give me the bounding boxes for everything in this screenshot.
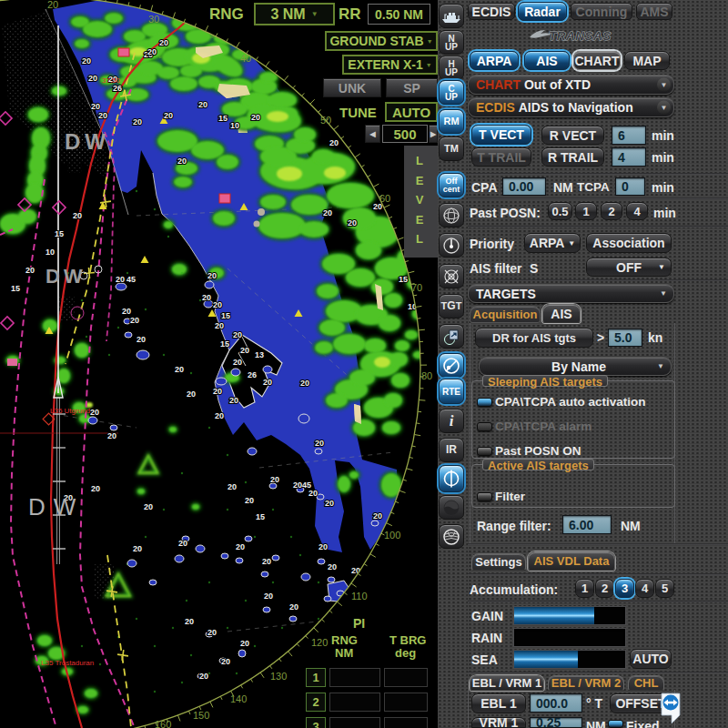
svg-text:20: 20 <box>47 0 58 10</box>
svg-text:20: 20 <box>144 502 153 511</box>
svg-text:20: 20 <box>107 431 116 440</box>
svg-text:20: 20 <box>213 387 222 396</box>
svg-text:20: 20 <box>373 511 382 521</box>
svg-text:20: 20 <box>116 275 125 284</box>
svg-text:20: 20 <box>315 439 324 448</box>
svg-text:20: 20 <box>270 475 279 484</box>
svg-text:20: 20 <box>178 539 187 548</box>
svg-text:20: 20 <box>245 496 254 505</box>
svg-text:80: 80 <box>421 370 432 381</box>
svg-text:DW: DW <box>28 493 84 521</box>
svg-text:NM: NM <box>335 646 353 660</box>
svg-text:15: 15 <box>218 114 228 123</box>
svg-text:20: 20 <box>300 379 309 388</box>
svg-text:60: 60 <box>379 193 390 204</box>
svg-text:20: 20 <box>130 316 139 325</box>
svg-text:20: 20 <box>262 557 271 566</box>
svg-text:20: 20 <box>177 157 187 166</box>
svg-text:20: 20 <box>328 562 337 571</box>
svg-text:DW: DW <box>65 129 110 154</box>
svg-text:40: 40 <box>240 53 251 64</box>
svg-text:T BRG: T BRG <box>389 633 426 647</box>
svg-text:RNG: RNG <box>331 633 358 647</box>
svg-text:100: 100 <box>384 530 400 541</box>
svg-text:20: 20 <box>159 38 168 47</box>
svg-text:20: 20 <box>198 100 207 109</box>
svg-text:15: 15 <box>220 339 229 349</box>
svg-text:PI: PI <box>353 616 365 631</box>
svg-text:20: 20 <box>91 102 100 111</box>
svg-text:deg: deg <box>395 646 416 660</box>
svg-text:20: 20 <box>240 346 249 355</box>
svg-text:20: 20 <box>147 47 157 56</box>
svg-text:20: 20 <box>264 592 273 601</box>
svg-text:20: 20 <box>233 358 242 367</box>
svg-text:110: 110 <box>351 591 368 602</box>
svg-text:20: 20 <box>213 300 222 309</box>
svg-text:10: 10 <box>230 121 239 130</box>
svg-text:20: 20 <box>136 335 146 344</box>
svg-text:20: 20 <box>221 657 230 666</box>
svg-text:20: 20 <box>215 411 224 420</box>
svg-text:160: 160 <box>155 719 171 728</box>
svg-text:20: 20 <box>199 672 208 681</box>
svg-text:30: 30 <box>148 14 159 25</box>
svg-text:70: 70 <box>411 282 422 293</box>
svg-text:20: 20 <box>187 389 196 399</box>
svg-text:20: 20 <box>133 544 142 553</box>
svg-text:20: 20 <box>329 138 339 147</box>
svg-text:10: 10 <box>46 248 55 257</box>
svg-text:L35 Trostaduran: L35 Trostaduran <box>41 659 94 667</box>
svg-text:13: 13 <box>255 350 264 359</box>
svg-text:20: 20 <box>325 499 334 508</box>
svg-text:26: 26 <box>248 370 257 379</box>
svg-text:37,50: 37,50 <box>102 76 121 85</box>
svg-text:TRANSAS: TRANSAS <box>549 29 612 43</box>
svg-text:20: 20 <box>91 484 100 493</box>
svg-text:20: 20 <box>207 628 217 637</box>
svg-text:20: 20 <box>318 542 328 551</box>
svg-text:20: 20 <box>323 208 332 217</box>
svg-text:20: 20 <box>233 330 242 339</box>
svg-text:2045: 2045 <box>293 480 311 490</box>
svg-text:20: 20 <box>240 639 249 648</box>
svg-text:15: 15 <box>55 229 64 238</box>
svg-text:45: 45 <box>126 275 136 284</box>
svg-text:20: 20 <box>82 56 91 66</box>
svg-text:20: 20 <box>236 542 245 551</box>
svg-text:20: 20 <box>122 307 131 316</box>
svg-text:20: 20 <box>133 117 142 126</box>
svg-text:15: 15 <box>11 284 20 293</box>
svg-text:DW: DW <box>46 265 86 288</box>
svg-text:20: 20 <box>251 113 260 122</box>
svg-text:150: 150 <box>193 710 209 721</box>
svg-text:20: 20 <box>98 111 107 120</box>
svg-text:20: 20 <box>175 365 184 374</box>
svg-text:20: 20 <box>308 489 318 498</box>
svg-text:20: 20 <box>185 617 194 626</box>
svg-text:15: 15 <box>221 311 230 320</box>
svg-text:20: 20 <box>348 218 357 228</box>
svg-text:20: 20 <box>73 211 82 220</box>
svg-text:20: 20 <box>215 321 224 330</box>
svg-text:130: 130 <box>270 671 287 682</box>
svg-text:20: 20 <box>202 293 211 302</box>
svg-text:15: 15 <box>256 512 265 521</box>
svg-text:20: 20 <box>289 602 298 612</box>
svg-text:20: 20 <box>25 266 35 275</box>
svg-text:20: 20 <box>164 111 173 120</box>
svg-text:50: 50 <box>320 115 331 126</box>
svg-text:140: 140 <box>230 693 247 704</box>
svg-text:20: 20 <box>228 482 237 491</box>
svg-text:20: 20 <box>88 74 97 83</box>
svg-text:20: 20 <box>263 378 272 387</box>
svg-text:20: 20 <box>90 408 99 417</box>
svg-text:20: 20 <box>229 396 238 405</box>
svg-text:20: 20 <box>207 271 217 280</box>
svg-text:26: 26 <box>113 84 122 93</box>
svg-text:L35 Utgrund: L35 Utgrund <box>50 407 90 415</box>
svg-text:15: 15 <box>399 275 408 284</box>
